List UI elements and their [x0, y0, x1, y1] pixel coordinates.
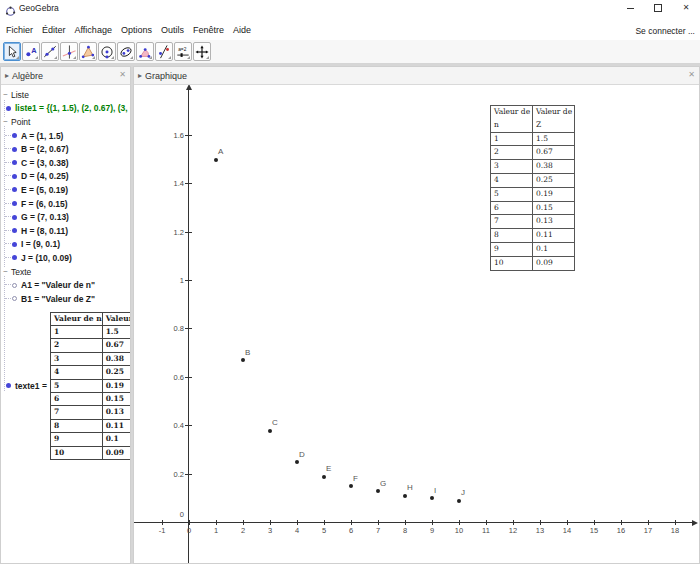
y-axis-tick	[185, 232, 192, 233]
x-axis	[134, 522, 695, 523]
point-F[interactable]	[349, 484, 353, 488]
x-axis-tick	[378, 520, 379, 525]
algebra-close-icon[interactable]: ✕	[119, 70, 126, 79]
point-G[interactable]	[376, 489, 380, 493]
visibility-bullet-icon[interactable]	[12, 296, 17, 301]
move-tool[interactable]	[3, 42, 21, 61]
perpendicular-line-tool[interactable]	[60, 42, 78, 61]
table-cell: 4	[50, 366, 102, 379]
algebra-item-H[interactable]: H = (8, 0.11)	[1, 224, 130, 238]
collapse-icon[interactable]: −	[2, 91, 9, 99]
visibility-bullet-icon[interactable]	[12, 133, 17, 138]
point-label-I: I	[434, 486, 436, 495]
origin-label: 0	[172, 510, 184, 519]
table-cell: 0.25	[533, 173, 575, 187]
visibility-bullet-icon[interactable]	[12, 160, 17, 165]
line-tool[interactable]	[41, 42, 59, 61]
visibility-bullet-icon[interactable]	[12, 147, 17, 152]
point-D[interactable]	[295, 460, 299, 464]
algebra-item-texte1[interactable]: texte1 =Valeur de nValeur de Z11.520.673…	[1, 312, 130, 460]
visibility-bullet-icon[interactable]	[12, 215, 17, 220]
graphics-value-table[interactable]: Valeur de nValeur de Z11.520.6730.3840.2…	[490, 105, 575, 271]
y-axis-tick-label: 1.4	[150, 179, 184, 188]
perpendicular-line-tool-icon	[62, 45, 76, 59]
table-row: 60.15	[50, 392, 130, 405]
graphics-canvas[interactable]: 0 Valeur de nValeur de Z11.520.6730.3840…	[134, 85, 699, 563]
move-graphics-view-tool-icon	[195, 45, 209, 59]
algebra-item-J[interactable]: J = (10, 0.09)	[1, 251, 130, 265]
point-A[interactable]	[214, 158, 218, 162]
svg-text:A: A	[31, 45, 37, 54]
minimize-button[interactable]	[616, 0, 644, 16]
point-C[interactable]	[268, 429, 272, 433]
algebra-item-B1[interactable]: B1 = "Valeur de Z"	[1, 292, 130, 306]
visibility-bullet-icon[interactable]	[12, 283, 17, 288]
menu-item-outils[interactable]: Outils	[157, 23, 188, 37]
move-graphics-view-tool[interactable]	[193, 42, 211, 61]
menu-item-editer[interactable]: Éditer	[38, 23, 70, 37]
graphics-panel-title: Graphique	[145, 71, 187, 81]
algebra-item-text: G = (7, 0.13)	[21, 212, 69, 222]
polygon-tool[interactable]	[79, 42, 97, 61]
algebra-item-A[interactable]: A = (1, 1.5)	[1, 129, 130, 143]
point-B[interactable]	[241, 358, 245, 362]
menu-item-options[interactable]: Options	[117, 23, 156, 37]
x-axis-tick-label: 15	[585, 526, 603, 535]
algebra-item-B[interactable]: B = (2, 0.67)	[1, 142, 130, 156]
conic-tool[interactable]	[117, 42, 135, 61]
visibility-bullet-icon[interactable]	[12, 174, 17, 179]
algebra-item-F[interactable]: F = (6, 0.15)	[1, 197, 130, 211]
algebra-item-G[interactable]: G = (7, 0.13)	[1, 210, 130, 224]
maximize-button[interactable]	[644, 0, 672, 16]
menu-item-affichage[interactable]: Affichage	[71, 23, 116, 37]
menu-item-fenetre[interactable]: Fenêtre	[189, 23, 228, 37]
x-axis-tick-label: 11	[477, 526, 495, 535]
algebra-item-text: C = (3, 0.38)	[21, 158, 68, 168]
angle-tool[interactable]	[136, 42, 154, 61]
algebra-item-D[interactable]: D = (4, 0.25)	[1, 170, 130, 184]
visibility-bullet-icon[interactable]	[6, 106, 11, 111]
visibility-bullet-icon[interactable]	[6, 383, 11, 388]
x-axis-tick	[567, 520, 568, 525]
table-row: 20.67	[491, 146, 575, 160]
x-axis-tick-label: 16	[612, 526, 630, 535]
table-cell: 6	[491, 201, 533, 215]
point-J[interactable]	[457, 499, 461, 503]
algebra-item-I[interactable]: I = (9, 0.1)	[1, 238, 130, 252]
algebra-item-C[interactable]: C = (3, 0.38)	[1, 156, 130, 170]
x-axis-tick-label: 9	[423, 526, 441, 535]
collapse-icon[interactable]: −	[2, 268, 9, 276]
algebra-item-E[interactable]: E = (5, 0.19)	[1, 183, 130, 197]
menu-item-aide[interactable]: Aide	[229, 23, 255, 37]
collapse-icon[interactable]: −	[2, 118, 9, 126]
point-E[interactable]	[322, 475, 326, 479]
window-title: GeoGebra	[19, 3, 59, 13]
visibility-bullet-icon[interactable]	[12, 228, 17, 233]
circle-center-point-tool-icon	[100, 45, 114, 59]
table-cell: 0.09	[533, 256, 575, 270]
point-I[interactable]	[430, 496, 434, 500]
circle-center-point-tool[interactable]	[98, 42, 116, 61]
menu-item-fichier[interactable]: Fichier	[2, 23, 37, 37]
visibility-bullet-icon[interactable]	[12, 201, 17, 206]
graphics-close-icon[interactable]: ✕	[688, 70, 695, 79]
table-header-cell: Valeur de Z	[102, 312, 130, 325]
visibility-bullet-icon[interactable]	[12, 187, 17, 192]
sign-in-link[interactable]: Se connecter ...	[635, 26, 695, 36]
close-button[interactable]: ✕	[672, 0, 700, 16]
algebra-item-A1[interactable]: A1 = "Valeur de n"	[1, 278, 130, 292]
visibility-bullet-icon[interactable]	[12, 255, 17, 260]
point-tool[interactable]: A	[22, 42, 40, 61]
panel-arrow-icon[interactable]: ▸	[138, 71, 142, 80]
point-tool-icon: A	[24, 45, 38, 59]
y-axis-tick-label: 0.6	[150, 373, 184, 382]
section-label: Point	[11, 117, 30, 127]
slider-tool[interactable]: a=2	[174, 42, 192, 61]
table-header-cell: Valeur de n	[491, 106, 533, 133]
visibility-bullet-icon[interactable]	[12, 242, 17, 247]
algebra-item-liste1[interactable]: liste1 = {(1, 1.5), (2, 0.67), (3, 0.38)…	[1, 102, 130, 116]
point-H[interactable]	[403, 494, 407, 498]
reflect-tool[interactable]	[155, 42, 173, 61]
x-axis-tick-label: 5	[315, 526, 333, 535]
panel-arrow-icon[interactable]: ▸	[5, 71, 9, 80]
